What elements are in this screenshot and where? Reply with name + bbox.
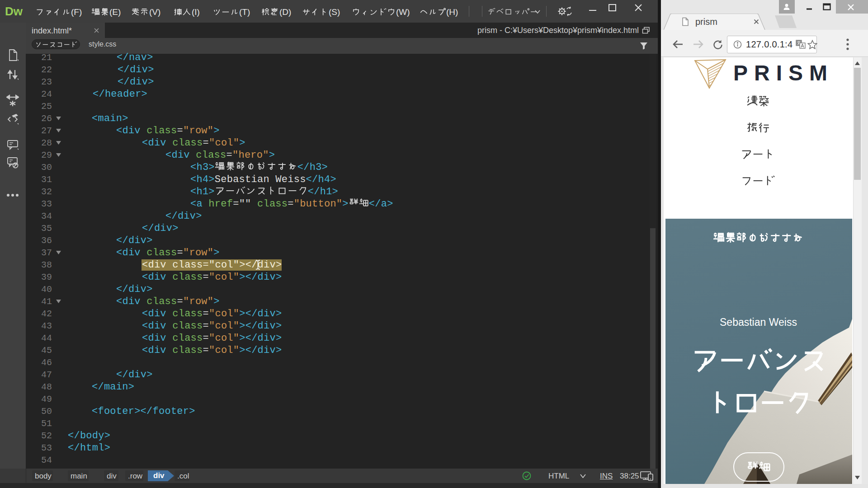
svg-text:div: div [153, 471, 165, 480]
